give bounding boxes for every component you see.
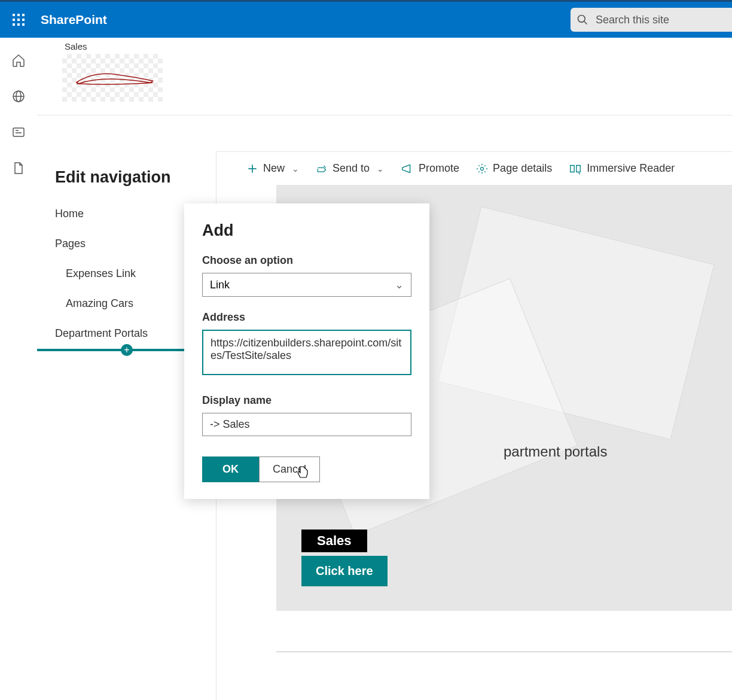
megaphone-icon: [401, 163, 414, 175]
new-label: New: [263, 162, 285, 175]
section-divider: [276, 652, 732, 652]
sales-badge: Sales: [301, 529, 367, 552]
ok-button[interactable]: OK: [202, 456, 259, 482]
app-launcher-button[interactable]: [0, 2, 37, 38]
nav-item-label: Department Portals: [55, 327, 148, 340]
display-name-input[interactable]: [202, 413, 411, 436]
immersive-reader-button[interactable]: Immersive Reader: [560, 157, 683, 179]
nav-insert-plus-icon[interactable]: +: [121, 344, 133, 356]
news-icon[interactable]: [11, 125, 26, 139]
plus-icon: [246, 163, 258, 175]
suite-bar: SharePoint: [0, 2, 732, 38]
chevron-down-icon: ⌄: [395, 278, 404, 291]
globe-icon[interactable]: [11, 89, 26, 104]
option-label: Choose an option: [202, 254, 411, 267]
immersive-reader-label: Immersive Reader: [587, 162, 675, 175]
site-title: Sales: [65, 41, 732, 51]
gear-icon: [476, 163, 488, 175]
svg-point-0: [578, 16, 585, 23]
address-input[interactable]: [202, 330, 411, 375]
cancel-button[interactable]: Cancel: [259, 456, 320, 482]
search-input[interactable]: [596, 14, 709, 26]
search-icon: [577, 14, 588, 26]
share-icon: [316, 163, 328, 175]
command-bar: New ⌄ Send to ⌄ Promote Page details Imm…: [216, 151, 732, 185]
dialog-title: Add: [202, 221, 411, 240]
address-label: Address: [202, 311, 411, 324]
search-box[interactable]: [571, 8, 732, 32]
nav-panel-title: Edit navigation: [37, 151, 216, 199]
promote-label: Promote: [419, 162, 459, 175]
send-to-label: Send to: [333, 162, 370, 175]
svg-line-1: [584, 22, 587, 25]
page-details-label: Page details: [493, 162, 552, 175]
option-select[interactable]: Link ⌄: [202, 273, 411, 297]
add-link-dialog: Add Choose an option Link ⌄ Address Disp…: [184, 203, 429, 499]
send-to-button[interactable]: Send to ⌄: [307, 157, 392, 179]
click-here-button[interactable]: Click here: [301, 556, 388, 586]
nav-item-label: Expenses Link: [66, 267, 136, 280]
nav-item-label: Home: [55, 208, 84, 220]
left-rail: [0, 38, 37, 700]
option-value: Link: [210, 279, 230, 291]
nav-item-label: Amazing Cars: [66, 297, 133, 310]
page-heading-fragment: partment portals: [504, 443, 607, 460]
display-name-label: Display name: [202, 394, 411, 407]
chevron-down-icon: ⌄: [292, 164, 299, 174]
chevron-down-icon: ⌄: [377, 164, 384, 174]
promote-button[interactable]: Promote: [392, 157, 468, 179]
new-button[interactable]: New ⌄: [238, 157, 307, 179]
immersive-reader-icon: [569, 163, 582, 175]
site-logo[interactable]: [62, 54, 163, 102]
site-header: Sales: [37, 38, 732, 115]
file-icon[interactable]: [11, 161, 26, 175]
home-icon[interactable]: [11, 53, 26, 68]
nav-item-label: Pages: [55, 238, 86, 250]
page-details-button[interactable]: Page details: [468, 157, 560, 179]
svg-rect-5: [13, 128, 24, 136]
svg-point-10: [481, 167, 484, 170]
brand-label: SharePoint: [41, 13, 107, 27]
waffle-icon: [13, 14, 25, 26]
